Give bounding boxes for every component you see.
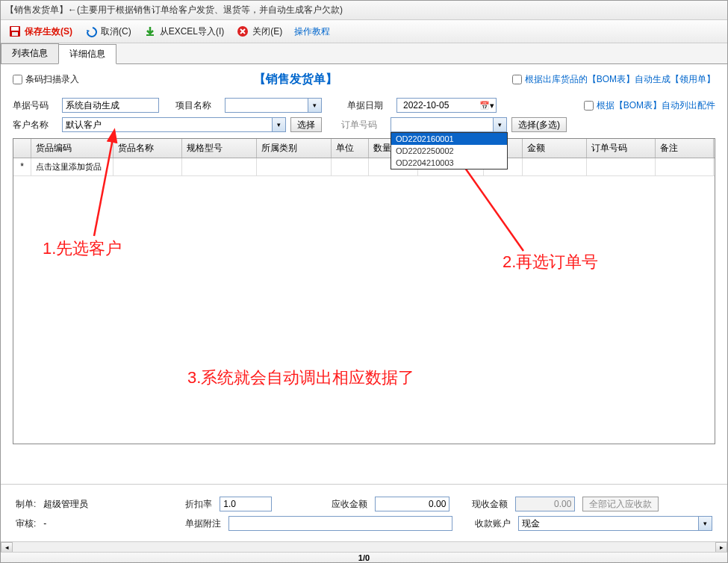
cell[interactable] [182,158,257,175]
cell[interactable] [587,158,656,175]
customer-select[interactable]: ▾ [62,117,286,132]
calendar-icon[interactable]: 📅▾ [479,101,494,111]
close-x-icon [236,25,249,38]
receivable-label: 应收金额 [332,498,367,511]
maker-value: 超级管理员 [43,498,133,511]
all-to-receivable-button: 全部记入应收款 [582,497,659,511]
tutorial-link[interactable]: 操作教程 [291,24,333,40]
account-label: 收款账户 [475,517,511,530]
col-spec[interactable]: 规格型号 [182,139,257,158]
scroll-right-arrow[interactable]: ▸ [715,542,727,553]
order-option-2[interactable]: OD2204210003 [391,157,507,169]
order-no-select[interactable]: ▾ [391,117,507,132]
status-bar: 1/0 [1,552,727,562]
close-button[interactable]: 关闭(E) [233,23,285,40]
window-titlebar: 【销售发货单】←(主要用于根据销售订单给客户发货、退货等，并自动生成客户欠款) [1,1,727,20]
discount-rate-input[interactable] [220,497,272,511]
import-excel-button[interactable]: 从EXCEL导入(I) [140,23,228,40]
cell[interactable] [257,158,332,175]
doc-date-picker[interactable]: 📅▾ [396,98,497,113]
bom-parts-check[interactable] [584,101,594,111]
project-input[interactable] [225,99,308,111]
tab-detail-info[interactable]: 详细信息 [58,44,116,64]
chevron-down-icon[interactable]: ▾ [493,118,506,131]
chevron-down-icon[interactable]: ▾ [698,517,712,530]
page-title: 【销售发货单】 [254,72,337,87]
barcode-scan-checkbox[interactable]: 条码扫描录入 [13,73,79,86]
account-select[interactable]: ▾ [518,516,712,531]
bom-parts-label: 根据【BOM表】自动列出配件 [597,99,715,112]
chevron-down-icon[interactable]: ▾ [272,118,285,131]
cell[interactable] [523,158,587,175]
order-multi-select-button[interactable]: 选择(多选) [511,117,567,132]
col-category[interactable]: 所属类别 [257,139,332,158]
bom-auto-check[interactable] [512,75,522,84]
add-product-placeholder[interactable]: 点击这里添加货品 [31,158,113,175]
cash-received-label: 现收金额 [472,498,508,511]
account-input[interactable] [519,517,698,529]
doc-no-input[interactable] [62,98,159,113]
save-button[interactable]: 保存生效(S) [5,23,75,40]
doc-date-label: 单据日期 [347,99,392,112]
product-grid: 货品编码 货品名称 规格型号 所属类别 单位 数量 单价 折扣 金额 订单号码 … [13,138,715,444]
form-row-1: 单据号码 项目名称 ▾ 单据日期 📅▾ 根据【BOM表】自动列出配件 [13,98,715,113]
page-indicator: 1/0 [358,553,370,562]
bom-auto-label: 根据出库货品的【BOM表】自动生成【领用单】 [525,73,715,86]
doc-no-label: 单据号码 [13,99,57,112]
cell[interactable] [332,158,369,175]
customer-label: 客户名称 [13,119,57,131]
col-amount[interactable]: 金额 [523,139,587,158]
note-input[interactable] [228,516,452,531]
footer-divider [1,484,727,485]
bom-parts-checkbox[interactable]: 根据【BOM表】自动列出配件 [584,99,715,112]
svg-rect-1 [11,27,19,31]
project-select[interactable]: ▾ [225,98,322,113]
scroll-left-arrow[interactable]: ◂ [1,542,13,553]
toolbar: 保存生效(S) 取消(C) 从EXCEL导入(I) 关闭(E) 操作教程 [1,20,727,43]
table-row[interactable]: * 点击这里添加货品 [13,158,715,176]
order-option-1[interactable]: OD2202250002 [391,145,507,157]
order-no-input[interactable] [391,119,493,131]
cancel-button[interactable]: 取消(C) [81,23,134,40]
header-row: 条码扫描录入 【销售发货单】 根据出库货品的【BOM表】自动生成【领用单】 [13,72,715,87]
footer: 制单: 超级管理员 折扣率 应收金额 现收金额 全部记入应收款 审核: - 单据… [1,491,727,541]
tabs: 列表信息 详细信息 [1,43,727,64]
col-unit[interactable]: 单位 [332,139,369,158]
save-icon [8,25,22,38]
order-no-dropdown-wrap: ▾ OD2202160001 OD2202250002 OD2204210003 [391,117,507,132]
order-no-dropdown-list: OD2202160001 OD2202250002 OD2204210003 [391,132,508,169]
grid-body: * 点击这里添加货品 [13,158,715,444]
order-no-label: 订单号码 [341,119,386,131]
maker-label: 制单: [16,498,36,511]
col-order-no[interactable]: 订单号码 [587,139,656,158]
cash-received-input [515,497,575,511]
svg-rect-3 [146,34,154,36]
col-name[interactable]: 货品名称 [113,139,182,158]
auditor-value: - [43,518,133,529]
save-label: 保存生效(S) [25,25,72,38]
customer-select-button[interactable]: 选择 [290,117,322,132]
footer-row-2: 审核: - 单据附注 收款账户 ▾ [16,516,712,531]
undo-icon [84,25,98,38]
col-marker [13,139,31,158]
tab-list-info[interactable]: 列表信息 [1,43,59,63]
col-remark[interactable]: 备注 [656,139,714,158]
content-area: 条码扫描录入 【销售发货单】 根据出库货品的【BOM表】自动生成【领用单】 单据… [1,64,727,444]
receivable-input[interactable] [375,497,449,511]
footer-row-1: 制单: 超级管理员 折扣率 应收金额 现收金额 全部记入应收款 [16,497,712,511]
barcode-scan-check[interactable] [13,75,22,84]
grid-header: 货品编码 货品名称 规格型号 所属类别 单位 数量 单价 折扣 金额 订单号码 … [13,139,715,158]
cell[interactable] [113,158,182,175]
order-option-0[interactable]: OD2202160001 [391,133,507,145]
download-arrow-icon [143,25,157,38]
col-code[interactable]: 货品编码 [31,139,113,158]
form-row-2: 客户名称 ▾ 选择 订单号码 ▾ OD2202160001 OD22022500… [13,117,715,132]
chevron-down-icon[interactable]: ▾ [308,99,321,112]
import-label: 从EXCEL导入(I) [160,25,225,38]
customer-input[interactable] [63,119,272,131]
cell[interactable] [656,158,714,175]
close-label: 关闭(E) [252,25,282,38]
doc-date-input[interactable] [400,99,475,111]
bom-auto-checkbox[interactable]: 根据出库货品的【BOM表】自动生成【领用单】 [512,73,715,86]
tutorial-label: 操作教程 [294,25,330,38]
